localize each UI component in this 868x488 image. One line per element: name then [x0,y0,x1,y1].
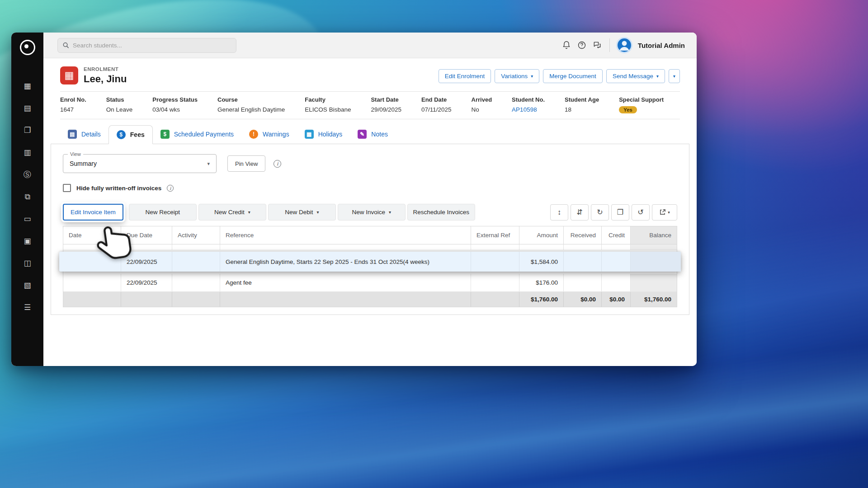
fees-table: Date Due Date Activity Reference Externa… [63,226,677,307]
info-value: 18 [565,106,599,113]
tab-scheduled-payments[interactable]: $ Scheduled Payments [153,125,241,144]
sidebar-item-enrolments[interactable]: ❐ [11,119,43,141]
sidebar-item-settings[interactable]: ☰ [11,296,43,319]
col-activity[interactable]: Activity [172,226,220,244]
avatar [616,37,632,53]
expand-rows-button[interactable]: ↕ [550,204,568,221]
new-credit-button[interactable]: New Credit▾ [198,204,266,221]
merge-document-button[interactable]: Merge Document [543,69,603,83]
chat-button[interactable] [590,38,605,53]
info-progress-status: Progress Status 03/04 wks [152,96,198,113]
collapse-rows-button[interactable]: ⇵ [571,204,589,221]
cell-activity [172,252,220,272]
cell-amount: $1,584.00 [519,252,564,272]
tab-bar: ▤ Details $ Fees $ Scheduled Payments ! … [60,125,689,144]
info-student-no: Student No. AP10598 [512,96,545,113]
cell-external-ref [471,274,519,291]
sidebar-item-library[interactable]: ▭ [11,208,43,230]
tab-holidays[interactable]: ▦ Holidays [297,125,350,144]
export-button[interactable]: ▾ [652,204,677,221]
sidebar-item-courses[interactable]: ⧉ [11,186,43,208]
chat-icon [593,41,602,50]
enrolment-info-bar: Enrol No. 1647 Status On Leave Progress … [60,91,680,119]
table-row-agent-fee[interactable]: 22/09/2025 Agent fee $176.00 [63,274,677,292]
cell-reference: General English Daytime, Starts 22 Sep 2… [220,252,471,272]
edit-invoice-item-button[interactable]: Edit Invoice Item [63,204,123,221]
refresh-button[interactable]: ↻ [591,204,609,221]
sidebar-item-reports[interactable]: ▧ [11,274,43,296]
more-actions-button[interactable]: ▾ [669,69,680,83]
send-message-button[interactable]: Send Message▾ [606,69,665,83]
sidebar-item-students[interactable]: ▤ [11,97,43,119]
people-icon: ◫ [24,258,31,268]
cell-due-date: 22/09/2025 [121,274,172,291]
history-button[interactable]: ↺ [632,204,650,221]
tab-details[interactable]: ▤ Details [60,125,108,144]
main-area: Tutorial Admin ▦ ENROLMENT Lee, Jinu Edi… [43,33,697,366]
col-external-ref[interactable]: External Ref [471,226,519,244]
table-totals-row: $1,760.00 $0.00 $0.00 $1,760.00 [63,292,677,307]
col-credit[interactable]: Credit [602,226,631,244]
table-header-row: Date Due Date Activity Reference Externa… [63,226,677,244]
user-name: Tutorial Admin [638,42,685,49]
view-select-value: Summary [70,160,97,167]
col-balance[interactable]: Balance [631,226,677,244]
col-due-date[interactable]: Due Date [121,226,172,244]
col-amount[interactable]: Amount [519,226,564,244]
info-special-support: Special Support Yes [619,96,664,113]
app-logo-icon[interactable] [20,40,35,55]
written-off-info-icon[interactable]: i [167,185,174,192]
pin-view-button[interactable]: Pin View [227,155,265,172]
briefcase-icon: ▣ [24,236,31,246]
table-row-invoice-highlighted[interactable]: 22/09/2025 General English Daytime, Star… [59,252,681,272]
info-status: Status On Leave [106,96,133,113]
tab-label: Notes [371,131,388,138]
content: ▦ ENROLMENT Lee, Jinu Edit Enrolment Var… [43,58,697,366]
chevron-down-icon: ▾ [668,210,670,215]
sidebar-item-invoices[interactable]: Ⓢ [11,164,43,186]
reschedule-invoices-button[interactable]: Reschedule Invoices [407,204,475,221]
student-no-link[interactable]: AP10598 [512,106,545,113]
help-button[interactable] [574,38,590,53]
user-menu[interactable]: Tutorial Admin [616,37,685,53]
bell-icon [562,41,571,50]
col-date[interactable]: Date [63,226,121,244]
view-info-icon[interactable]: i [274,160,281,168]
scheduled-payments-icon: $ [160,130,170,139]
search-input[interactable] [73,42,231,49]
col-received[interactable]: Received [564,226,602,244]
students-icon: ▤ [24,103,31,113]
tab-notes[interactable]: ✎ Notes [350,125,396,144]
history-icon: ↺ [637,208,643,216]
new-debit-button[interactable]: New Debit▾ [268,204,336,221]
app-window: ▦ ▤ ❐ ▥ Ⓢ ⧉ ▭ ▣ ◫ ▧ ☰ [11,33,697,366]
hide-written-off-checkbox[interactable] [63,184,71,192]
cell-date [63,274,121,291]
sidebar-item-agents[interactable]: ▣ [11,230,43,252]
new-receipt-button[interactable]: New Receipt [129,204,197,221]
info-value: 29/09/2025 [371,106,401,113]
col-reference[interactable]: Reference [220,226,471,244]
enrolment-glyph: ▦ [65,70,74,81]
sidebar-item-staff[interactable]: ◫ [11,252,43,274]
edit-enrolment-button[interactable]: Edit Enrolment [439,69,491,83]
info-value: 1647 [60,106,86,113]
sidebar-item-dashboard[interactable]: ▦ [11,75,43,97]
enrolment-header: ▦ ENROLMENT Lee, Jinu Edit Enrolment Var… [60,65,680,85]
cell-due-date: 22/09/2025 [121,252,172,272]
cell-balance [631,252,681,272]
sidebar-item-classes[interactable]: ▥ [11,141,43,164]
button-label: Edit Invoice Item [71,209,116,216]
duplicate-button[interactable]: ❐ [611,204,629,221]
view-select[interactable]: View Summary ▾ [63,154,217,173]
total-received: $0.00 [564,292,602,307]
notifications-button[interactable] [559,38,574,53]
topbar: Tutorial Admin [43,33,697,58]
new-invoice-button[interactable]: New Invoice▾ [338,204,406,221]
tab-warnings[interactable]: ! Warnings [241,125,297,144]
chevron-down-icon: ▾ [656,74,659,79]
variations-button[interactable]: Variations▾ [495,69,539,83]
table-row-clipped[interactable] [63,244,677,250]
tab-fees[interactable]: $ Fees [108,125,153,144]
warnings-icon: ! [249,130,258,139]
